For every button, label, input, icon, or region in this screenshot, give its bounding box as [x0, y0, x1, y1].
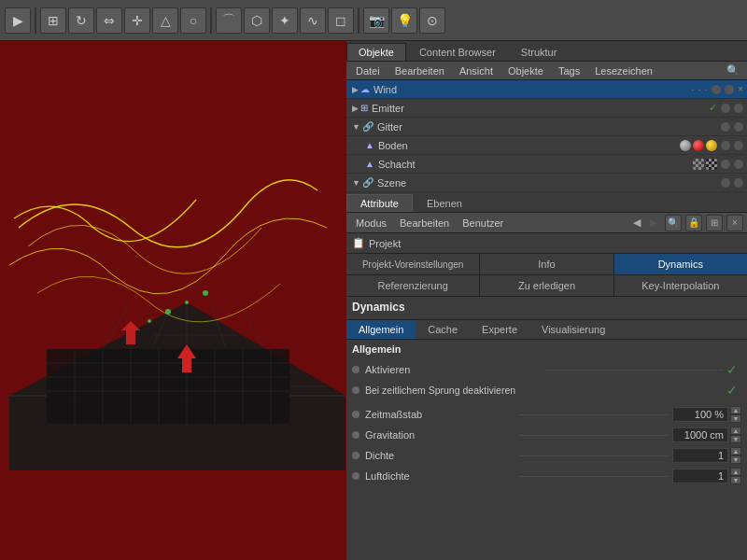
gravitation-spinner: ▲ ▼: [730, 427, 741, 443]
object-row-schacht[interactable]: ▲ Schacht: [346, 155, 747, 174]
emitter-render: [734, 104, 743, 113]
gitter-expand: ▼: [352, 122, 360, 132]
menu-search-icon[interactable]: 🔍: [726, 64, 740, 77]
attr-collapse-button[interactable]: ×: [726, 215, 743, 231]
menu-datei[interactable]: Datei: [350, 64, 386, 77]
prop-row-luftdichte: Luftdichte 1 ▲ ▼: [352, 467, 741, 485]
dyn-tab-cache[interactable]: Cache: [416, 320, 470, 339]
toolbar-icon-shape2[interactable]: ○: [180, 7, 206, 34]
toolbar-icon-prim[interactable]: ◻: [328, 7, 354, 34]
szene-expand: ▼: [352, 178, 360, 188]
attr-bearbeiten[interactable]: Bearbeiten: [394, 216, 455, 231]
right-panel: Objekte Content Browser Struktur Datei B…: [346, 41, 747, 560]
toolbar-icon-deform[interactable]: ⌒: [216, 7, 242, 34]
attr-modus[interactable]: Modus: [350, 216, 392, 231]
zeitmassstab-up[interactable]: ▲: [730, 406, 741, 414]
menu-bearbeiten[interactable]: Bearbeiten: [389, 64, 450, 77]
boden-vis: [721, 141, 730, 150]
toolbar-icon-nurbs[interactable]: ✦: [272, 7, 298, 34]
allgemein-section: Allgemein Aktivieren ✓ Bei zeitlichem Sp…: [346, 340, 747, 491]
toolbar-separator-2: [210, 7, 212, 34]
attr-expand-button[interactable]: ⊞: [706, 215, 723, 231]
tab-objekte[interactable]: Objekte: [346, 43, 406, 61]
gravitation-label: Gravitation: [365, 429, 515, 441]
emitter-icon: ⊞: [360, 103, 368, 113]
toolbar-icon-surface[interactable]: ⬡: [244, 7, 270, 34]
attr-lock-button[interactable]: 🔒: [685, 215, 702, 231]
toolbar-icon-play[interactable]: ▶: [5, 7, 31, 34]
attr-benutzer[interactable]: Benutzer: [457, 216, 509, 231]
gitter-name: Gitter: [377, 121, 549, 133]
luftdichte-label: Luftdichte: [365, 470, 515, 482]
tab-struktur[interactable]: Struktur: [509, 43, 570, 61]
luftdichte-up[interactable]: ▲: [730, 468, 741, 476]
attr-search-button[interactable]: 🔍: [665, 215, 682, 231]
object-row-boden[interactable]: ▲ Boden: [346, 136, 747, 155]
toolbar-icon-move[interactable]: ✛: [124, 7, 150, 34]
szene-name: Szene: [377, 177, 549, 189]
toolbar-icon-scale[interactable]: ⇔: [96, 7, 122, 34]
dyn-tab-visualisierung[interactable]: Visualisierung: [529, 320, 617, 339]
dyn-tab-experte[interactable]: Experte: [470, 320, 529, 339]
toolbar-icon-shape1[interactable]: △: [152, 7, 178, 34]
tab-content-browser[interactable]: Content Browser: [407, 43, 508, 61]
nav-zu-erledigen[interactable]: Zu erledigen: [480, 275, 613, 296]
gravitation-up[interactable]: ▲: [730, 427, 741, 435]
luftdichte-dot: [352, 472, 359, 480]
attr-back-arrow[interactable]: ◀: [633, 217, 641, 229]
main-toolbar: ▶ ⊞ ↻ ⇔ ✛ △ ○ ⌒ ⬡ ✦ ∿ ◻ 📷 💡 ⊙: [0, 0, 747, 41]
dyn-tab-allgemein[interactable]: Allgemein: [346, 320, 416, 339]
zeitlicher-sprung-check[interactable]: ✓: [726, 383, 738, 398]
attr-fwd-arrow[interactable]: ▶: [650, 217, 657, 229]
gravitation-down[interactable]: ▼: [730, 435, 741, 443]
schacht-vis: [721, 160, 730, 169]
gravitation-dots: [519, 435, 669, 436]
dichte-up[interactable]: ▲: [730, 447, 741, 455]
nav-dynamics[interactable]: Dynamics: [614, 254, 747, 274]
attr-tab-ebenen[interactable]: Ebenen: [413, 194, 476, 212]
nav-projekt-voreinstellungen[interactable]: Projekt-Voreinstellungen: [346, 254, 480, 274]
luftdichte-spinner: ▲ ▼: [730, 468, 741, 484]
wind-expand: ▶: [352, 85, 359, 94]
zeitmassstab-down[interactable]: ▼: [730, 414, 741, 423]
toolbar-icon-camera[interactable]: 📷: [363, 7, 389, 34]
main-layout: Perspektive ▲ ▼ ⬜: [0, 41, 747, 560]
dichte-spinner: ▲ ▼: [730, 447, 741, 464]
nav-info[interactable]: Info: [480, 254, 613, 274]
menu-ansicht[interactable]: Ansicht: [454, 64, 499, 77]
attr-tab-attribute[interactable]: Attribute: [346, 194, 413, 212]
allgemein-header: Allgemein: [352, 343, 741, 355]
luftdichte-down[interactable]: ▼: [730, 476, 741, 484]
toolbar-icon-light[interactable]: 💡: [391, 7, 417, 34]
viewport[interactable]: Perspektive ▲ ▼ ⬜: [0, 41, 346, 560]
schacht-render: [734, 160, 743, 169]
dichte-down[interactable]: ▼: [730, 455, 741, 464]
luftdichte-dots: [519, 476, 669, 477]
project-nav-2: Referenzierung Zu erledigen Key-Interpol…: [346, 275, 747, 297]
zeitmassstab-dots: [519, 414, 669, 415]
dichte-dot: [352, 452, 359, 459]
zeitmassstab-value[interactable]: 100 %: [672, 407, 728, 422]
luftdichte-value[interactable]: 1: [672, 469, 728, 483]
szene-vis: [721, 178, 730, 188]
emitter-name: Emitter: [372, 103, 541, 114]
object-row-gitter[interactable]: ▼ 🔗 Gitter: [346, 118, 747, 136]
dichte-value[interactable]: 1: [672, 448, 728, 463]
toolbar-icon-spline[interactable]: ∿: [300, 7, 326, 34]
nav-referenzierung[interactable]: Referenzierung: [346, 275, 480, 296]
toolbar-icon-rotate[interactable]: ↻: [68, 7, 94, 34]
object-row-szene[interactable]: ▼ 🔗 Szene: [346, 174, 747, 192]
toolbar-icon-connector[interactable]: ⊙: [419, 7, 445, 34]
menu-tags[interactable]: Tags: [553, 64, 585, 77]
object-row-wind[interactable]: ▶ ☁ Wind · · · ×: [346, 80, 747, 99]
aktivieren-check[interactable]: ✓: [726, 362, 738, 377]
nav-key-interpolation[interactable]: Key-Interpolation: [614, 275, 747, 296]
prop-row-dichte: Dichte 1 ▲ ▼: [352, 446, 741, 465]
menu-objekte[interactable]: Objekte: [502, 64, 549, 77]
gravitation-value[interactable]: 1000 cm: [672, 427, 728, 442]
toolbar-icon-grid[interactable]: ⊞: [40, 7, 66, 34]
menu-lesezeichen[interactable]: Lesezeichen: [589, 64, 658, 77]
svg-rect-0: [0, 41, 346, 560]
object-row-emitter[interactable]: ▶ ⊞ Emitter ✓: [346, 99, 747, 118]
svg-rect-13: [47, 349, 289, 424]
